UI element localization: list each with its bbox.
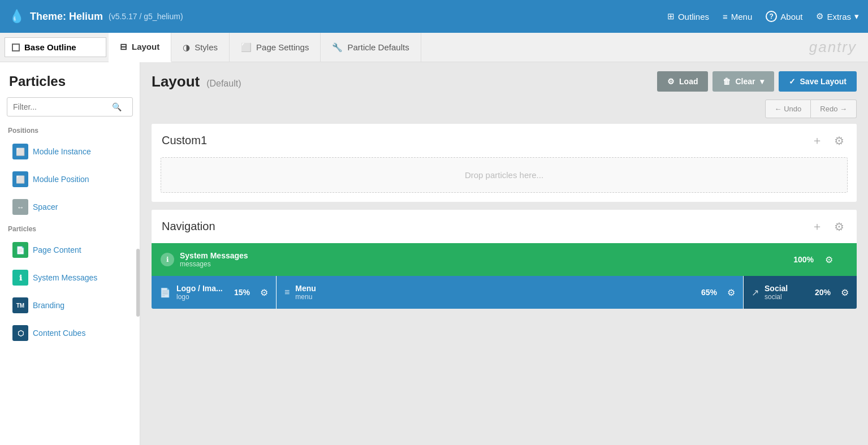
system-messages-percent: 100% <box>793 255 819 264</box>
menu-sub: menu <box>295 293 316 301</box>
list-item-system-messages[interactable]: ℹ System Messages <box>5 265 135 291</box>
layout-title: Layout <box>152 73 200 90</box>
content-cubes-label: Content Cubes <box>33 329 85 338</box>
search-icon: 🔍 <box>105 102 128 118</box>
clear-caret-icon: ▾ <box>760 77 764 86</box>
layout-header: Layout (Default) ⚙ Load 🗑 Clear ▾ ✓ Save… <box>152 71 857 92</box>
logo-gear-icon[interactable]: ⚙ <box>260 287 268 298</box>
page-content-icon: 📄 <box>12 242 28 258</box>
navigation-row-particles: 📄 Logo / Ima... logo 15% ⚙ ≡ Menu menu 6 <box>152 276 857 309</box>
list-item-page-content[interactable]: 📄 Page Content <box>5 237 135 263</box>
custom1-section: Custom1 ＋ ⚙ Drop particles here... <box>152 124 857 202</box>
filter-bar: 🔍 <box>0 97 140 123</box>
custom1-add-button[interactable]: ＋ <box>809 133 825 148</box>
menu-percent: 65% <box>701 288 722 297</box>
styles-tab-icon: ◑ <box>183 42 190 53</box>
logo-particle: 📄 Logo / Ima... logo 15% ⚙ <box>152 276 276 309</box>
list-item-module-position[interactable]: ⬜ Module Position <box>5 166 135 192</box>
styles-tab-label: Styles <box>195 42 218 52</box>
tab-layout[interactable]: ⊟ Layout <box>109 33 171 62</box>
brand-version: (v5.5.17 / g5_helium) <box>109 12 183 21</box>
custom1-gear-button[interactable]: ⚙ <box>832 134 847 148</box>
layout-tab-icon: ⊟ <box>120 42 127 52</box>
menu-icon: ≡ <box>723 12 728 21</box>
menu-particle-icon: ≡ <box>284 287 290 297</box>
nav-extras[interactable]: ⚙ Extras ▾ <box>816 11 859 21</box>
menu-info: Menu menu <box>295 284 316 301</box>
layout-tab-label: Layout <box>132 42 159 51</box>
outline-label: Base Outline <box>24 42 76 52</box>
secondary-navigation: Base Outline ⊟ Layout ◑ Styles ⬜ Page Se… <box>0 33 868 62</box>
nav-about[interactable]: ? About <box>766 11 802 22</box>
navigation-add-button[interactable]: ＋ <box>809 219 825 234</box>
list-item-content-cubes[interactable]: ⬡ Content Cubes <box>5 320 135 346</box>
save-checkmark-icon: ✓ <box>789 77 796 86</box>
menu-label: Menu <box>731 12 753 21</box>
spacer-label: Spacer <box>33 202 58 211</box>
navigation-title: Navigation <box>162 220 215 233</box>
extras-icon: ⚙ <box>816 11 823 21</box>
sidebar-title: Particles <box>0 62 140 97</box>
outline-square-icon <box>12 44 20 51</box>
load-icon: ⚙ <box>667 77 675 86</box>
social-info: Social social <box>765 284 788 301</box>
about-label: About <box>780 12 802 21</box>
redo-button[interactable]: Redo → <box>811 100 857 118</box>
outline-selector[interactable]: Base Outline <box>5 37 106 57</box>
top-nav-items: ⊞ Outlines ≡ Menu ? About ⚙ Extras ▾ <box>667 11 859 22</box>
logo-name: Logo / Ima... <box>176 284 223 293</box>
load-label: Load <box>679 77 698 86</box>
particles-section-label: Particles <box>0 222 140 235</box>
list-item-spacer[interactable]: ↔ Spacer <box>5 194 135 220</box>
content-cubes-icon: ⬡ <box>12 325 28 341</box>
outlines-icon: ⊞ <box>667 11 675 21</box>
load-button[interactable]: ⚙ Load <box>657 71 708 92</box>
logo-sub: logo <box>176 293 223 301</box>
top-navigation: 💧 Theme: Helium (v5.5.17 / g5_helium) ⊞ … <box>0 0 868 33</box>
tab-styles[interactable]: ◑ Styles <box>171 33 230 62</box>
navigation-section: Navigation ＋ ⚙ ℹ System Messages message… <box>152 210 857 309</box>
social-sub: social <box>765 293 788 301</box>
extras-caret-icon: ▾ <box>854 11 859 21</box>
spacer-icon: ↔ <box>12 199 28 215</box>
brand-title: Theme: Helium <box>30 11 103 23</box>
social-particle: ↗ Social social 20% ⚙ <box>744 276 857 309</box>
tabs-bar: ⊟ Layout ◑ Styles ⬜ Page Settings 🔧 Part… <box>109 33 421 62</box>
brand-icon: 💧 <box>9 9 24 24</box>
logo-percent: 15% <box>234 288 254 297</box>
navigation-gear-button[interactable]: ⚙ <box>832 220 847 234</box>
social-percent: 20% <box>815 288 835 297</box>
particle-defaults-tab-label: Particle Defaults <box>347 42 409 52</box>
module-instance-icon: ⬜ <box>12 144 28 159</box>
custom1-drop-zone: Drop particles here... <box>161 157 848 193</box>
menu-name: Menu <box>295 284 316 293</box>
layout-subtitle: (Default) <box>206 79 241 88</box>
tab-page-settings[interactable]: ⬜ Page Settings <box>230 33 321 62</box>
page-content-label: Page Content <box>33 245 81 254</box>
social-gear-icon[interactable]: ⚙ <box>841 287 849 298</box>
clear-button[interactable]: 🗑 Clear ▾ <box>712 71 774 92</box>
list-item-module-instance[interactable]: ⬜ Module Instance <box>5 139 135 165</box>
system-messages-particle-sub: messages <box>180 260 248 268</box>
nav-outlines[interactable]: ⊞ Outlines <box>667 11 709 21</box>
outlines-label: Outlines <box>678 12 709 21</box>
tab-particle-defaults[interactable]: 🔧 Particle Defaults <box>321 33 421 62</box>
save-label: Save Layout <box>800 77 847 86</box>
save-layout-button[interactable]: ✓ Save Layout <box>779 71 857 92</box>
list-item-branding[interactable]: TM Branding <box>5 292 135 318</box>
system-messages-gear-icon[interactable]: ⚙ <box>825 254 833 265</box>
social-name: Social <box>765 284 788 293</box>
about-icon: ? <box>766 11 777 22</box>
layout-title-area: Layout (Default) <box>152 73 241 90</box>
system-messages-label: System Messages <box>33 273 97 282</box>
logo-info: Logo / Ima... logo <box>176 284 223 301</box>
particle-defaults-tab-icon: 🔧 <box>332 42 343 53</box>
branding-label: Branding <box>33 301 64 310</box>
module-position-label: Module Position <box>33 175 89 184</box>
nav-menu[interactable]: ≡ Menu <box>723 12 752 21</box>
clear-trash-icon: 🗑 <box>723 77 731 86</box>
layout-actions: ⚙ Load 🗑 Clear ▾ ✓ Save Layout <box>657 71 857 92</box>
undo-button[interactable]: ← Undo <box>765 100 811 118</box>
menu-gear-icon[interactable]: ⚙ <box>727 287 735 298</box>
navigation-header: Navigation ＋ ⚙ <box>152 210 857 243</box>
